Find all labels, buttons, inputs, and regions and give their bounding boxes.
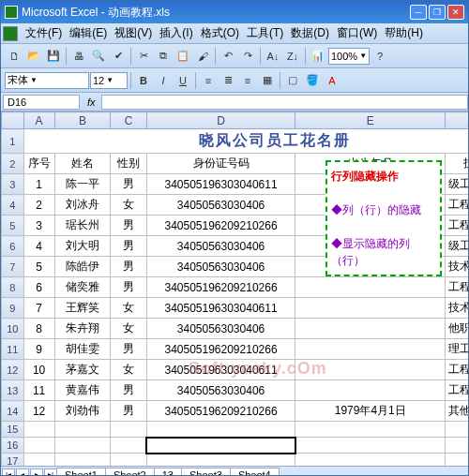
spell-button[interactable]: ✔ xyxy=(109,47,128,66)
merge-button[interactable]: ▦ xyxy=(258,71,277,90)
cell[interactable]: 黄嘉伟 xyxy=(54,380,111,401)
cell[interactable]: 王辉笑 xyxy=(54,298,111,319)
cell[interactable]: 级工程 xyxy=(446,236,468,257)
tab-sheet2[interactable]: Sheet2 xyxy=(105,468,155,477)
cell[interactable]: 7 xyxy=(23,298,54,319)
cell[interactable]: 男 xyxy=(111,236,146,257)
cell[interactable]: 琚长州 xyxy=(54,216,111,236)
cell[interactable]: 胡佳雯 xyxy=(54,339,111,360)
cell[interactable]: 9 xyxy=(23,339,54,360)
table-row[interactable]: 10 8 朱卉翔 女 34050563030406 他职称 xyxy=(2,319,469,339)
cell[interactable]: 男 xyxy=(111,174,146,195)
cell[interactable]: 1979年4月1日 xyxy=(295,401,446,422)
row-7[interactable]: 7 xyxy=(2,257,24,277)
sort-desc-button[interactable]: Z↓ xyxy=(283,47,302,66)
tab-prev[interactable]: ◂ xyxy=(16,469,29,477)
cell[interactable]: 女 xyxy=(111,360,146,380)
font-color-button[interactable]: A xyxy=(323,71,341,90)
row-13[interactable]: 13 xyxy=(2,380,24,401)
cell[interactable]: 工程师 xyxy=(446,216,468,236)
tab-next[interactable]: ▸ xyxy=(30,469,43,477)
cell[interactable]: 陈一平 xyxy=(54,174,111,195)
cell[interactable]: 8 xyxy=(23,319,54,339)
fx-icon[interactable]: fx xyxy=(82,97,101,108)
cell[interactable]: 男 xyxy=(111,339,146,360)
cell[interactable]: 34050563030406 xyxy=(146,236,295,257)
save-button[interactable]: 💾 xyxy=(44,47,63,66)
bold-button[interactable]: B xyxy=(134,71,153,90)
row-12[interactable]: 12 xyxy=(2,360,24,380)
cell[interactable]: 工程师 xyxy=(446,360,468,380)
col-B[interactable]: B xyxy=(54,112,111,129)
row-11[interactable]: 11 xyxy=(2,339,24,360)
copy-button[interactable]: ⧉ xyxy=(154,47,173,66)
tab-last[interactable]: ▸| xyxy=(44,469,57,477)
cell[interactable]: 340505196303040611 xyxy=(146,360,295,380)
row-2[interactable]: 2 xyxy=(2,154,24,174)
cell[interactable]: 340505196209210266 xyxy=(146,277,295,298)
sort-asc-button[interactable]: A↓ xyxy=(264,47,282,66)
cell[interactable]: 34050563030406 xyxy=(146,195,295,216)
row-14[interactable]: 14 xyxy=(2,401,24,422)
cell[interactable]: 男 xyxy=(111,401,146,422)
cell[interactable]: 10 xyxy=(23,360,54,380)
border-button[interactable]: ▢ xyxy=(283,71,302,90)
cell[interactable] xyxy=(295,360,446,380)
col-A[interactable]: A xyxy=(23,112,54,129)
cell[interactable]: 技术员 xyxy=(446,298,468,319)
cell[interactable]: 储奕雅 xyxy=(54,277,111,298)
open-button[interactable]: 📂 xyxy=(24,47,43,66)
tab-sheet3[interactable]: Sheet3 xyxy=(181,468,231,477)
cell[interactable]: 340505196209210266 xyxy=(146,401,295,422)
cell[interactable]: 女 xyxy=(111,195,146,216)
cell[interactable]: 340505196303040611 xyxy=(146,174,295,195)
row-16[interactable]: 16 xyxy=(2,438,24,454)
redo-button[interactable]: ↷ xyxy=(238,47,257,66)
menu-window[interactable]: 窗口(W) xyxy=(333,23,381,43)
paste-button[interactable]: 📋 xyxy=(174,47,192,66)
table-row[interactable]: 14 12 刘劲伟 男 340505196209210266 1979年4月1日… xyxy=(2,401,469,422)
row-8[interactable]: 8 xyxy=(2,277,24,298)
cell[interactable]: 理工程 xyxy=(446,339,468,360)
select-all[interactable] xyxy=(2,112,24,129)
cell[interactable]: 刘劲伟 xyxy=(54,401,111,422)
cell[interactable] xyxy=(295,277,446,298)
cell[interactable]: 11 xyxy=(23,380,54,401)
cell[interactable]: 3 xyxy=(23,216,54,236)
table-row[interactable]: 9 7 王辉笑 女 340505196303040611 技术员 xyxy=(2,298,469,319)
cell[interactable]: 340505196209210266 xyxy=(146,216,295,236)
row-1[interactable]: 1 xyxy=(2,129,24,154)
cell[interactable]: 340505196303040611 xyxy=(146,298,295,319)
cell[interactable]: 刘冰舟 xyxy=(54,195,111,216)
cell[interactable]: 级工程 xyxy=(446,174,468,195)
col-F[interactable]: F xyxy=(446,112,468,129)
cell[interactable]: 茅嘉文 xyxy=(54,360,111,380)
cell[interactable]: 340505196209210266 xyxy=(146,339,295,360)
cell[interactable]: 12 xyxy=(23,401,54,422)
cell[interactable]: 4 xyxy=(23,236,54,257)
cell[interactable]: 1 xyxy=(23,174,54,195)
chart-button[interactable]: 📊 xyxy=(309,47,327,66)
cell[interactable] xyxy=(295,339,446,360)
underline-button[interactable]: U xyxy=(174,71,192,90)
row-10[interactable]: 10 xyxy=(2,319,24,339)
format-painter-button[interactable]: 🖌 xyxy=(193,47,212,66)
menu-data[interactable]: 数据(D) xyxy=(287,23,333,43)
row-6[interactable]: 6 xyxy=(2,236,24,257)
tab-sheet1[interactable]: Sheet1 xyxy=(56,468,106,477)
col-E[interactable]: E xyxy=(295,112,446,129)
cell[interactable]: 朱卉翔 xyxy=(54,319,111,339)
align-left-button[interactable]: ≡ xyxy=(199,71,218,90)
tab-13[interactable]: 13 xyxy=(154,468,182,477)
cell[interactable]: 其他职称 xyxy=(446,401,468,422)
menu-file[interactable]: 文件(F) xyxy=(22,23,66,43)
row-5[interactable]: 5 xyxy=(2,216,24,236)
cell[interactable]: 5 xyxy=(23,257,54,277)
cell[interactable]: 女 xyxy=(111,298,146,319)
cell[interactable]: 女 xyxy=(111,319,146,339)
align-center-button[interactable]: ≣ xyxy=(219,71,237,90)
cut-button[interactable]: ✂ xyxy=(134,47,153,66)
font-size-combo[interactable]: 12▼ xyxy=(90,72,128,89)
cell[interactable]: 他职称 xyxy=(446,319,468,339)
cell[interactable]: 6 xyxy=(23,277,54,298)
